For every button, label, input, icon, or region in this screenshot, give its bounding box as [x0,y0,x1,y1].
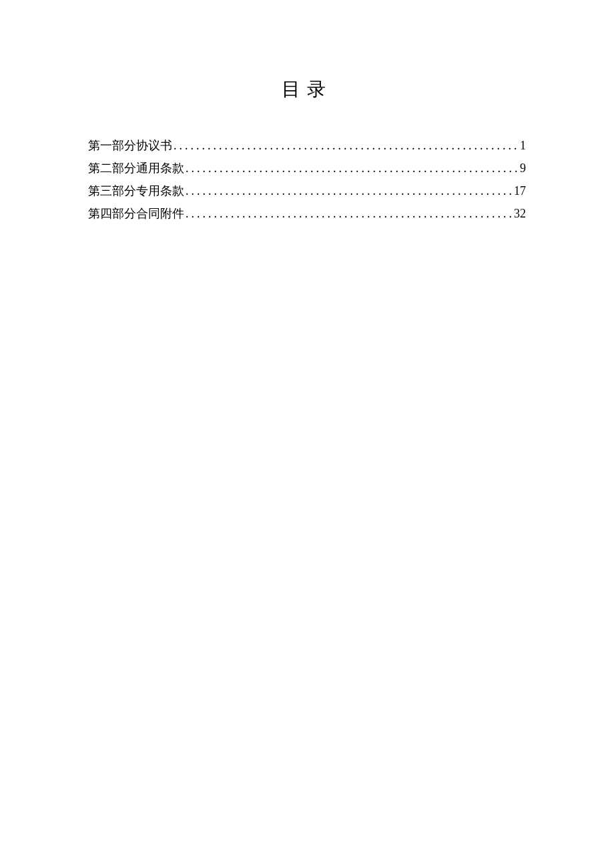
toc-entry: 第二部分通用条款 9 [88,157,526,179]
toc-entry-leader [172,134,520,157]
toc-entry-label: 第一部分协议书 [88,134,172,157]
toc-title: 目录 [0,77,614,102]
toc-entry: 第一部分协议书 1 [88,134,526,157]
toc-entry-page: 32 [514,202,526,225]
toc-entry-label: 第二部分通用条款 [88,157,184,179]
toc-list: 第一部分协议书 1 第二部分通用条款 9 第三部分专用条款 17 第四部分合同附… [0,134,614,225]
toc-entry-page: 1 [520,134,526,157]
toc-entry-page: 17 [514,179,526,202]
toc-entry-label: 第三部分专用条款 [88,179,184,202]
toc-entry-label: 第四部分合同附件 [88,202,184,225]
toc-entry-page: 9 [520,157,526,179]
toc-entry: 第四部分合同附件 32 [88,202,526,225]
toc-entry-leader [184,157,520,179]
toc-entry: 第三部分专用条款 17 [88,179,526,202]
toc-entry-leader [184,202,514,225]
toc-entry-leader [184,179,514,202]
